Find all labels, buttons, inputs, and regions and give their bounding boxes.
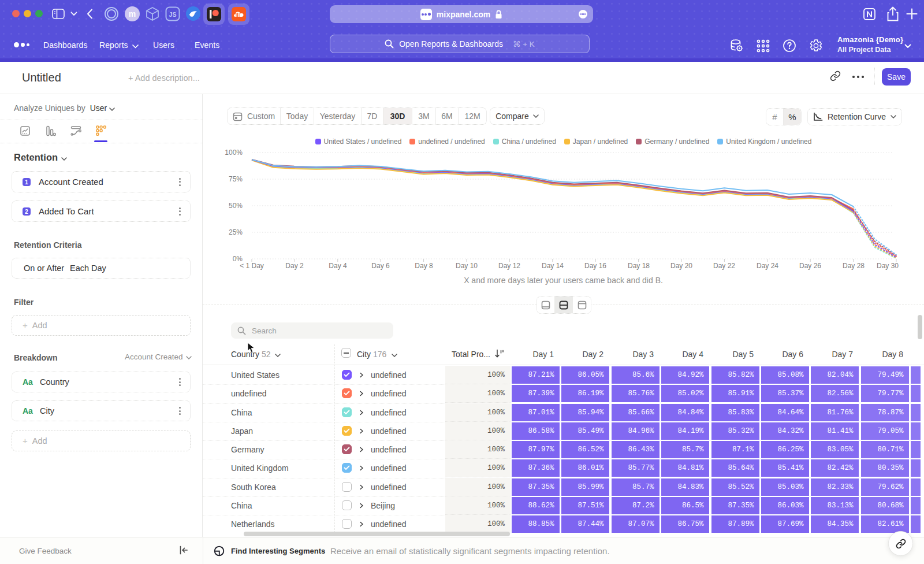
svg-text:JS: JS (169, 11, 177, 18)
